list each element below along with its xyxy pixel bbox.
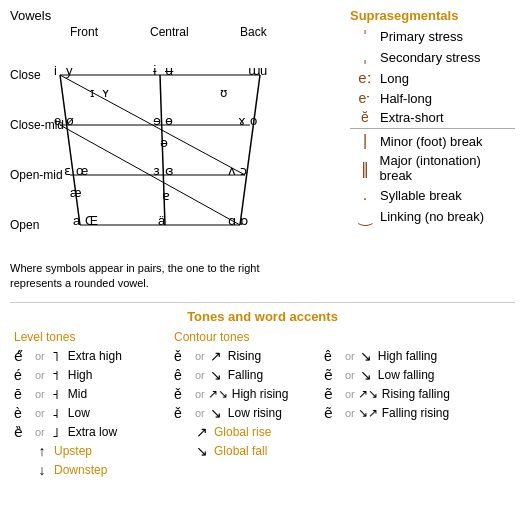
- mid-arrow: ˧: [48, 386, 64, 402]
- svg-line-4: [60, 75, 80, 225]
- rising-arrow: ↗: [208, 348, 224, 364]
- svg-text:ɔ: ɔ: [240, 163, 247, 178]
- tone-extralow: ȅ or ˩ Extra low: [10, 424, 170, 440]
- fallingrising-arrow: ↘↗: [358, 406, 378, 420]
- or-d1: or: [345, 350, 355, 362]
- supra-divider-1: [350, 128, 515, 129]
- minor-break-symbol: |: [350, 132, 380, 150]
- extrashort-symbol: ĕ: [350, 109, 380, 125]
- supra-item-primary: ˈ Primary stress: [350, 27, 515, 45]
- highfalling-char: ê: [324, 348, 342, 364]
- or-label-3: or: [35, 388, 45, 400]
- svg-text:ɨ: ɨ: [153, 63, 157, 78]
- major-break-symbol: ‖: [350, 159, 380, 178]
- svg-text:ɤ: ɤ: [238, 113, 246, 128]
- svg-text:ɒ: ɒ: [240, 213, 248, 228]
- svg-text:a: a: [73, 213, 81, 228]
- tones-columns: Level tones é̋ or ˥ Extra high é or ˦ Hi…: [10, 330, 515, 481]
- globalfall-label: Global fall: [214, 444, 267, 458]
- svg-text:ø: ø: [66, 113, 74, 128]
- syllable-break-label: Syllable break: [380, 188, 462, 203]
- rising-char: ě: [174, 348, 192, 364]
- svg-line-6: [240, 75, 260, 225]
- highrising-arrow: ↗↘: [208, 387, 228, 401]
- tone-upstep: ↑ Upstep: [10, 443, 170, 459]
- low-char: è: [14, 405, 32, 421]
- svg-text:Open: Open: [10, 218, 39, 232]
- supra-item-minor: | Minor (foot) break: [350, 132, 515, 150]
- mid-label: Mid: [68, 387, 87, 401]
- falling-char: ê: [174, 367, 192, 383]
- globalrise-label: Global rise: [214, 425, 271, 439]
- svg-text:e: e: [54, 113, 61, 128]
- rising-label: Rising: [228, 349, 261, 363]
- primary-stress-symbol: ˈ: [350, 27, 380, 45]
- svg-text:ɑ: ɑ: [228, 213, 236, 228]
- col-central: Central: [150, 25, 189, 39]
- supra-title: Suprasegmentals: [350, 8, 515, 23]
- svg-text:Œ: Œ: [85, 213, 98, 228]
- long-label: Long: [380, 71, 409, 86]
- halflong-symbol: eˑ: [350, 90, 380, 106]
- lowrising-label: Low rising: [228, 406, 282, 420]
- secondary-stress-symbol: ˌ: [350, 48, 380, 66]
- or-d4: or: [345, 407, 355, 419]
- svg-text:Open-mid: Open-mid: [10, 168, 63, 182]
- high-arrow: ˦: [48, 367, 64, 383]
- minor-break-label: Minor (foot) break: [380, 134, 483, 149]
- or-label-2: or: [35, 369, 45, 381]
- lowrising-char: ě: [174, 405, 192, 421]
- extralow-arrow: ˩: [48, 424, 64, 440]
- col-back: Back: [240, 25, 267, 39]
- tones-section: Tones and word accents Level tones é̋ or…: [10, 302, 515, 481]
- svg-text:æ: æ: [70, 185, 82, 200]
- level-tones-col: Level tones é̋ or ˥ Extra high é or ˦ Hi…: [10, 330, 170, 481]
- high-label: High: [68, 368, 93, 382]
- svg-text:o: o: [250, 113, 257, 128]
- level-tones-title: Level tones: [10, 330, 170, 344]
- supra-item-long: eː Long: [350, 69, 515, 87]
- risingfalling-char: ẽ: [324, 386, 342, 402]
- vowel-note: Where symbols appear in pairs, the one t…: [10, 261, 300, 292]
- lowfalling-arrow: ↘: [358, 367, 374, 383]
- svg-text:ɜ: ɜ: [153, 163, 160, 178]
- contour-tones-col2: ê or ↘ High falling ẽ or ↘ Low falling ẽ…: [320, 330, 515, 481]
- tone-rising: ě or ↗ Rising: [170, 348, 320, 364]
- long-symbol: eː: [350, 69, 380, 87]
- or-c4: or: [195, 407, 205, 419]
- svg-text:ɐ: ɐ: [162, 188, 170, 203]
- falling-label: Falling: [228, 368, 263, 382]
- tone-high: é or ˦ High: [10, 367, 170, 383]
- tone-extrahigh: é̋ or ˥ Extra high: [10, 348, 170, 364]
- fallingrising-char: ẽ: [324, 405, 342, 421]
- lowfalling-label: Low falling: [378, 368, 435, 382]
- extrashort-label: Extra-short: [380, 110, 444, 125]
- svg-text:y: y: [66, 63, 73, 78]
- fallingrising-label: Falling rising: [382, 406, 449, 420]
- low-label: Low: [68, 406, 90, 420]
- highrising-label: High rising: [232, 387, 289, 401]
- svg-text:ʉ: ʉ: [165, 63, 174, 78]
- tone-downstep: ↓ Downstep: [10, 462, 170, 478]
- svg-text:u: u: [260, 63, 267, 78]
- or-c1: or: [195, 350, 205, 362]
- svg-text:ʊ: ʊ: [220, 86, 227, 100]
- svg-text:Close: Close: [10, 68, 41, 82]
- extralow-char: ȅ: [14, 424, 32, 440]
- or-d2: or: [345, 369, 355, 381]
- top-section: Vowels Front Central Back: [10, 8, 515, 292]
- low-arrow: ˨: [48, 405, 64, 421]
- or-c2: or: [195, 369, 205, 381]
- extrahigh-char: é̋: [14, 348, 32, 364]
- supra-item-linking: ‿ Linking (no break): [350, 207, 515, 226]
- risingfalling-arrow: ↗↘: [358, 387, 378, 401]
- tone-globalrise: ↗ Global rise: [170, 424, 320, 440]
- linking-label: Linking (no break): [380, 209, 484, 224]
- lowfalling-char: ẽ: [324, 367, 342, 383]
- svg-text:ä: ä: [158, 213, 166, 228]
- vowels-title: Vowels: [10, 8, 340, 23]
- svg-text:ɪ: ɪ: [90, 86, 94, 100]
- highfalling-arrow: ↘: [358, 348, 374, 364]
- major-break-label: Major (intonation) break: [380, 153, 515, 183]
- tone-highfalling: ê or ↘ High falling: [320, 348, 515, 364]
